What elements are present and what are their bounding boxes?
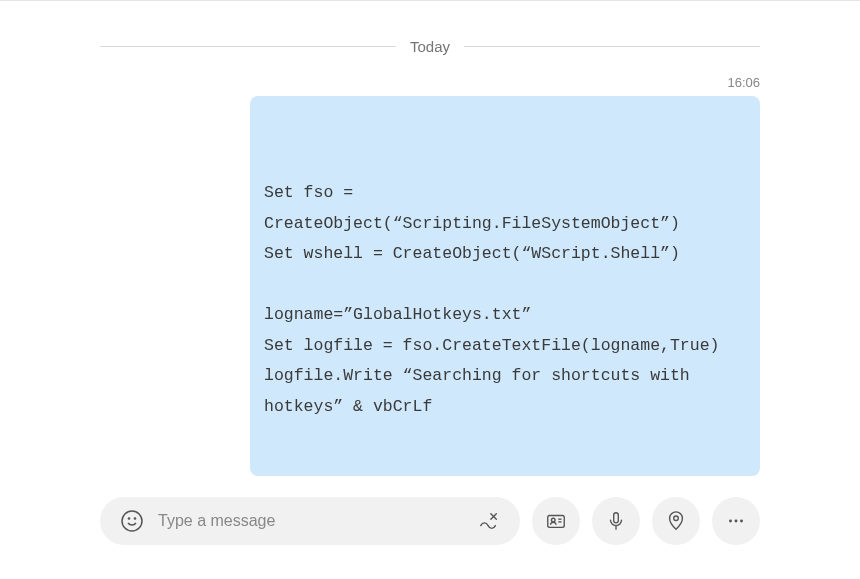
more-button[interactable] [712, 497, 760, 545]
svg-point-10 [729, 520, 732, 523]
svg-point-1 [128, 518, 129, 519]
message-timestamp: 16:06 [0, 75, 760, 90]
microphone-button[interactable] [592, 497, 640, 545]
location-icon [665, 510, 687, 532]
svg-point-2 [134, 518, 135, 519]
svg-point-4 [551, 518, 555, 522]
top-border [0, 0, 860, 1]
svg-point-11 [735, 520, 738, 523]
microphone-icon [605, 510, 627, 532]
contact-card-icon [545, 510, 567, 532]
svg-point-12 [740, 520, 743, 523]
svg-rect-3 [548, 516, 565, 528]
date-label: Today [396, 38, 464, 55]
svg-rect-7 [614, 513, 619, 523]
more-icon [725, 510, 747, 532]
message-input[interactable] [158, 497, 464, 545]
composer-bar [100, 497, 760, 545]
date-divider: Today [100, 38, 760, 55]
handwriting-icon[interactable] [478, 510, 500, 532]
message-body: Set fso = CreateObject(“Scripting.FileSy… [264, 178, 746, 422]
chat-area: Today 16:06 Set fso = CreateObject(“Scri… [0, 0, 860, 579]
contact-card-button[interactable] [532, 497, 580, 545]
divider-line-left [100, 46, 396, 47]
svg-point-9 [674, 516, 679, 521]
message-bubble[interactable]: Set fso = CreateObject(“Scripting.FileSy… [250, 96, 760, 476]
divider-line-right [464, 46, 760, 47]
location-button[interactable] [652, 497, 700, 545]
emoji-icon[interactable] [120, 509, 144, 533]
input-pill [100, 497, 520, 545]
svg-point-0 [122, 511, 142, 531]
